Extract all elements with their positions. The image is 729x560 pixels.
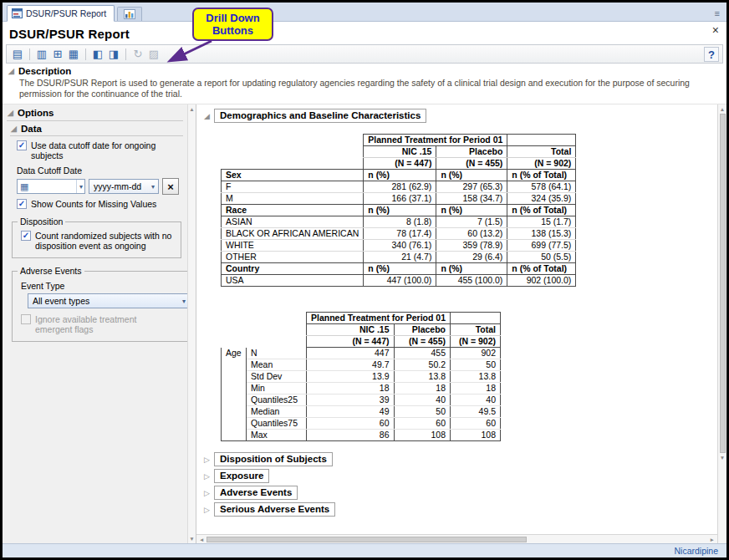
corner-blank <box>222 336 307 348</box>
scroll-down-icon[interactable]: ▼ <box>189 536 194 542</box>
value-cell: 86 <box>307 430 395 441</box>
value-cell: 324 (35.9) <box>507 193 576 205</box>
scrollbar-thumb[interactable] <box>720 114 726 453</box>
data-table-icon[interactable]: ⊞ <box>50 47 65 62</box>
event-type-value: All event types <box>33 296 89 306</box>
clear-date-button[interactable]: × <box>162 178 179 195</box>
disclosure-open-icon[interactable]: ◢ <box>203 112 211 120</box>
refresh-icon: ↻ <box>130 47 145 62</box>
unit-header: n (% of Total) <box>507 263 576 275</box>
stat-label: Quantiles75 <box>247 418 307 430</box>
dsur-psur-window: DSUR/PSUR Report ≡ DSUR/PSUR Report × ▤▥… <box>0 0 729 560</box>
date-format-value: yyyy-mm-dd <box>94 181 141 191</box>
calendar-icon: ▦ <box>20 182 28 191</box>
value-cell: 60 (13.2) <box>436 228 507 240</box>
report-content: ◢ Demographics and Baseline Characterist… <box>196 104 717 534</box>
disclosure-collapsed-icon[interactable]: ▷ <box>203 506 211 514</box>
value-cell: 902 (100.0) <box>507 275 576 287</box>
corner-blank <box>222 146 364 158</box>
drill-down-callout: Drill Down Buttons <box>192 8 273 41</box>
disclosure-collapsed-icon[interactable]: ▷ <box>203 489 211 497</box>
options-scrollbar[interactable]: ▲ ▼ <box>187 104 196 543</box>
unit-header: n (%) <box>436 170 507 181</box>
drilldown-patient-profiles-icon[interactable]: ◧ <box>90 47 105 62</box>
disclosure-collapsed-icon[interactable]: ▷ <box>203 472 211 481</box>
corner-blank <box>222 324 307 336</box>
column-n: (N = 455) <box>394 336 451 348</box>
disclosure-collapsed-icon[interactable]: ▷ <box>203 456 211 464</box>
scroll-left-icon[interactable]: ◄ <box>199 537 204 542</box>
disclosure-open-icon[interactable]: ◢ <box>7 109 14 117</box>
tab-chart-report[interactable] <box>117 7 142 21</box>
value-cell: 60 <box>307 418 395 430</box>
demographics-table: Planned Treatment for Period 01NIC .15Pl… <box>221 134 576 287</box>
vertical-scrollbar[interactable]: ▲ ▼ <box>717 104 726 543</box>
column-header: Total <box>451 324 501 336</box>
value-cell: 50 <box>394 406 451 418</box>
section-title[interactable]: Disposition of Subjects <box>214 452 333 466</box>
value-cell: 15 (1.7) <box>507 216 576 228</box>
group-label: Country <box>222 263 364 275</box>
scroll-down-icon[interactable]: ▼ <box>720 455 725 461</box>
value-cell: 7 (1.5) <box>436 216 507 228</box>
collapsed-section-row: ▷Exposure <box>203 469 714 483</box>
drilldown-notes-icon[interactable]: ◨ <box>106 47 121 62</box>
value-cell: 60 <box>451 418 501 430</box>
horizontal-scrollbar[interactable]: ◄ ► <box>196 534 717 543</box>
value-cell: 108 <box>394 430 451 441</box>
value-cell: 39 <box>307 395 395 406</box>
demographics-section-header: ◢ Demographics and Baseline Characterist… <box>203 109 714 123</box>
journal-icon[interactable]: ▦ <box>66 47 81 62</box>
ignore-flags-label: Ignore available treatment emergent flag… <box>35 314 161 334</box>
section-title[interactable]: Exposure <box>214 469 269 483</box>
value-cell: 50.2 <box>394 359 451 371</box>
date-input[interactable]: ▦ ▾ <box>17 179 85 194</box>
data-header: Data <box>21 124 42 134</box>
value-cell: 578 (64.1) <box>507 181 576 193</box>
cutoff-date-row: ▦ ▾ yyyy-mm-dd ▾ × <box>17 178 181 195</box>
tab-menu-icon[interactable]: ≡ <box>712 8 722 21</box>
dataset-link[interactable]: Nicardipine <box>674 546 718 556</box>
toolbar-separator <box>125 48 126 60</box>
disclosure-open-icon[interactable]: ◢ <box>10 125 18 133</box>
section-title[interactable]: Adverse Events <box>214 486 298 500</box>
scrollbar-thumb[interactable] <box>206 537 527 542</box>
show-missing-checkbox[interactable]: ✓ Show Counts for Missing Values <box>17 199 181 209</box>
chart-tab-icon <box>124 9 135 19</box>
column-header: NIC .15 <box>364 146 436 158</box>
description-text: The DSUR/PSUR Report is used to generate… <box>19 78 721 99</box>
scroll-right-icon[interactable]: ► <box>710 537 715 542</box>
section-title[interactable]: Serious Adverse Events <box>214 502 335 517</box>
event-type-select[interactable]: All event types ▾ <box>28 293 190 308</box>
use-cutoff-checkbox[interactable]: ✓ Use data cutoff date for ongoing subje… <box>17 140 181 160</box>
value-cell: 13.9 <box>307 371 395 383</box>
value-cell: 13.8 <box>451 371 501 383</box>
row-label: F <box>222 181 364 193</box>
disclosure-open-icon[interactable]: ◢ <box>8 67 15 75</box>
group-label: Sex <box>222 170 364 181</box>
toolbar-items: ▤▥⊞▦◧◨↻▨ <box>10 47 161 62</box>
tab-dsur-psur-report[interactable]: DSUR/PSUR Report <box>7 5 115 22</box>
corner-blank <box>222 158 364 170</box>
report-tab-icon <box>12 8 23 18</box>
value-cell: 108 <box>451 430 501 441</box>
main-split: ◢ Options ◢ Data ✓ Use data cutoff date … <box>3 104 726 543</box>
open-report-icon[interactable]: ▤ <box>10 47 25 62</box>
help-button[interactable]: ? <box>704 47 719 62</box>
count-randomized-checkbox[interactable]: ✓ Count randomized subjects with no disp… <box>21 231 174 251</box>
date-format-select[interactable]: yyyy-mm-dd ▾ <box>89 179 159 194</box>
scroll-up-icon[interactable]: ▲ <box>720 106 725 112</box>
close-icon[interactable]: × <box>712 24 719 36</box>
section-title[interactable]: Demographics and Baseline Characteristic… <box>214 109 426 123</box>
options-panel: ◢ Options ◢ Data ✓ Use data cutoff date … <box>3 104 187 543</box>
row-label: M <box>222 193 364 205</box>
collapsed-section-row: ▷Disposition of Subjects <box>203 452 714 466</box>
column-header: NIC .15 <box>307 324 395 336</box>
value-cell: 902 <box>451 348 501 359</box>
notes-icon[interactable]: ▥ <box>34 47 49 62</box>
scroll-up-icon[interactable]: ▲ <box>189 106 194 112</box>
disposition-legend: Disposition <box>18 216 65 227</box>
unit-header: n (%) <box>364 170 436 181</box>
toolbar-separator <box>85 48 86 60</box>
disposition-groupbox: Disposition ✓ Count randomized subjects … <box>12 216 181 258</box>
